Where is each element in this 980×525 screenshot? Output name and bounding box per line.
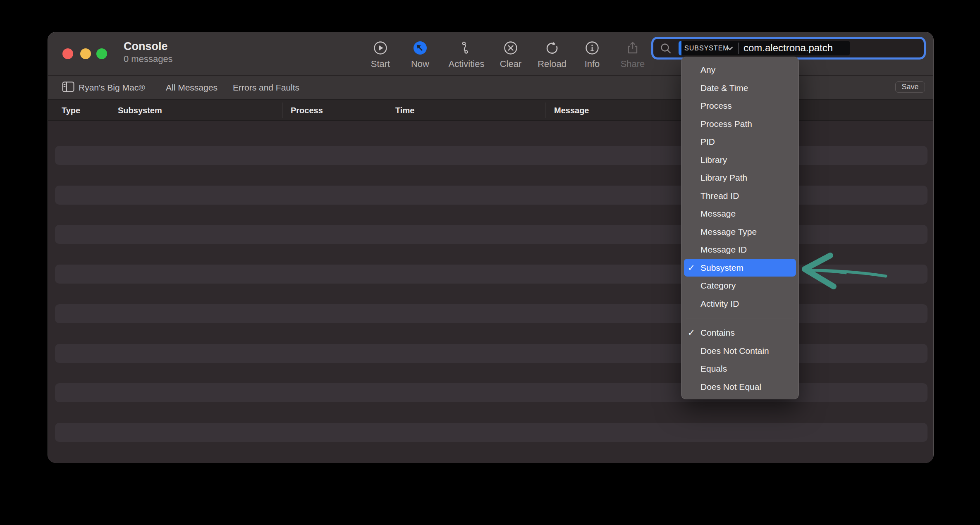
- menu-item-any[interactable]: Any: [684, 61, 796, 79]
- toolbar-button-label: Activities: [444, 59, 489, 69]
- table-header: TypeSubsystemProcessTimeMessage: [48, 99, 933, 121]
- token-divider: [738, 43, 739, 54]
- token-field-label[interactable]: SUBSYSTEM: [684, 41, 729, 55]
- toolbar-button-reload[interactable]: Reload: [529, 41, 575, 74]
- search-input-value[interactable]: com.alectrona.patch: [743, 41, 833, 55]
- share-icon: [625, 41, 640, 55]
- menu-item-pid[interactable]: PID: [684, 133, 796, 151]
- menu-item-library[interactable]: Library: [684, 151, 796, 169]
- menu-item-library-path[interactable]: Library Path: [684, 169, 796, 187]
- device-source-item[interactable]: Ryan's Big Mac®: [79, 76, 145, 100]
- toolbar-button-start[interactable]: Start: [358, 41, 403, 74]
- menu-separator: [686, 318, 794, 318]
- menu-item-process[interactable]: Process: [684, 97, 796, 115]
- toolbar-button-label: Reload: [529, 59, 575, 69]
- column-header-process[interactable]: Process: [291, 100, 323, 121]
- menu-item-category[interactable]: Category: [684, 277, 796, 295]
- toolbar-button-label: Start: [358, 59, 403, 69]
- zoom-window-button[interactable]: [96, 48, 107, 59]
- search-icon: [660, 43, 672, 54]
- column-separator[interactable]: [386, 103, 386, 118]
- column-separator[interactable]: [282, 103, 282, 118]
- checkmark-icon: ✓: [688, 259, 699, 277]
- checkmark-icon: ✓: [688, 324, 699, 342]
- column-header-subsystem[interactable]: Subsystem: [118, 100, 162, 121]
- toolbar-button-label: Clear: [488, 59, 533, 69]
- empty-row-stripe: [55, 423, 927, 442]
- message-count: 0 messages: [124, 53, 173, 65]
- toolbar-button-info[interactable]: Info: [569, 41, 615, 74]
- menu-item-message-type[interactable]: Message Type: [684, 223, 796, 241]
- menu-item-equals[interactable]: Equals: [684, 360, 796, 378]
- search-field[interactable]: SUBSYSTEM com.alectrona.patch: [651, 37, 926, 60]
- menu-item-contains[interactable]: ✓Contains: [684, 324, 796, 342]
- search-token[interactable]: SUBSYSTEM com.alectrona.patch: [679, 41, 850, 55]
- column-header-type[interactable]: Type: [62, 100, 80, 121]
- menu-item-does-not-contain[interactable]: Does Not Contain: [684, 342, 796, 360]
- save-button[interactable]: Save: [895, 81, 925, 93]
- token-caret: [679, 41, 681, 55]
- clear-circle-icon: [503, 41, 518, 55]
- menu-item-process-path[interactable]: Process Path: [684, 115, 796, 133]
- chevron-down-icon[interactable]: [727, 46, 733, 50]
- toolbar-button-share: Share: [610, 41, 655, 74]
- menu-item-message-id[interactable]: Message ID: [684, 241, 796, 259]
- menu-item-does-not-equal[interactable]: Does Not Equal: [684, 378, 796, 396]
- toolbar-button-clear[interactable]: Clear: [488, 41, 533, 74]
- column-header-message[interactable]: Message: [554, 100, 589, 121]
- toolbar-button-activities[interactable]: Activities: [444, 41, 489, 74]
- title-block: Console 0 messages: [124, 40, 173, 65]
- menu-item-thread-id[interactable]: Thread ID: [684, 187, 796, 205]
- toolbar-button-label: Info: [569, 59, 615, 69]
- toolbar-button-label: Share: [610, 59, 655, 69]
- close-window-button[interactable]: [62, 48, 73, 59]
- titlebar: Console 0 messages Start Now Activities …: [48, 32, 933, 75]
- play-circle-icon: [373, 41, 388, 55]
- column-header-time[interactable]: Time: [395, 100, 414, 121]
- menu-item-activity-id[interactable]: Activity ID: [684, 295, 796, 313]
- menu-item-message[interactable]: Message: [684, 205, 796, 223]
- toolbar-button-now[interactable]: Now: [397, 41, 443, 74]
- annotation-arrow-icon: [797, 246, 892, 294]
- reload-icon: [545, 41, 559, 55]
- column-separator[interactable]: [545, 103, 545, 118]
- menu-item-date-time[interactable]: Date & Time: [684, 79, 796, 97]
- toolbar-button-label: Now: [397, 59, 443, 69]
- route-path-icon: [459, 41, 474, 55]
- location-arrow-icon: [413, 41, 428, 55]
- tab-errors-faults[interactable]: Errors and Faults: [233, 76, 299, 100]
- minimize-window-button[interactable]: [80, 48, 91, 59]
- menu-item-subsystem[interactable]: ✓Subsystem: [684, 259, 796, 277]
- window-title: Console: [124, 40, 173, 53]
- info-circle-icon: [585, 41, 600, 55]
- sidebar-toggle-icon[interactable]: [62, 81, 74, 92]
- screen: Console 0 messages Start Now Activities …: [0, 0, 980, 525]
- tab-all-messages[interactable]: All Messages: [166, 76, 218, 100]
- search-filter-menu: AnyDate & TimeProcessProcess PathPIDLibr…: [681, 57, 799, 399]
- filter-bar: Ryan's Big Mac® All Messages Errors and …: [48, 75, 933, 99]
- column-separator[interactable]: [109, 103, 109, 118]
